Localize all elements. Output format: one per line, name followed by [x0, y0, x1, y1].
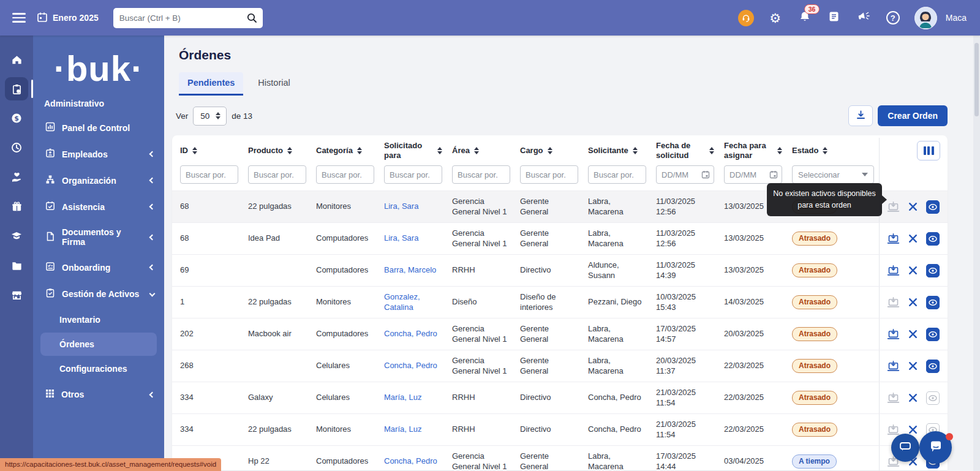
rail-time-icon[interactable] [5, 136, 28, 159]
assign-asset-button[interactable] [887, 392, 900, 404]
period-selector[interactable]: Enero 2025 [37, 12, 99, 24]
rail-asset-management-icon[interactable] [5, 77, 28, 100]
support-assistant-button[interactable] [738, 10, 754, 26]
sidebar-item-gestion-de-activos[interactable]: Gestión de Activos [33, 281, 164, 307]
requested-for-link[interactable]: Barra, Marcelo [384, 265, 436, 274]
requested-for-link[interactable]: Lira, Sara [384, 233, 418, 243]
rail-home-icon[interactable] [5, 48, 28, 71]
filter-fecha-solicitud-input[interactable] [656, 165, 714, 184]
assign-asset-button[interactable] [887, 424, 900, 436]
requested-for-link[interactable]: Concha, Pedro [384, 361, 437, 370]
cancel-order-button[interactable] [908, 425, 918, 434]
sidebar-item-panel-de-control[interactable]: Panel de Control [33, 115, 164, 141]
requested-for-link[interactable]: Lira, Sara [384, 202, 418, 211]
assign-asset-button[interactable] [887, 360, 900, 372]
view-order-button[interactable] [926, 200, 940, 214]
cancel-order-button[interactable] [908, 330, 918, 339]
sidebar-subitem-ordenes[interactable]: Órdenes [40, 333, 157, 356]
column-header-categoria[interactable]: Categoría [316, 146, 374, 156]
cancel-order-button[interactable] [908, 266, 918, 275]
notifications-button[interactable]: 36 [797, 10, 813, 26]
column-header-area[interactable]: Área [452, 146, 510, 156]
page-size-select[interactable]: 50 [193, 107, 227, 126]
rail-gift-icon[interactable] [5, 195, 28, 218]
column-header-fecha-asignar[interactable]: Fecha para asignar [724, 141, 782, 161]
table-row[interactable]: 268 Celulares Concha, Pedro Gerencia Gen… [172, 350, 948, 382]
sidebar-item-documentos-y-firma[interactable]: Documentos y Firma [33, 220, 164, 254]
column-header-cargo[interactable]: Cargo [520, 146, 578, 156]
sidebar-item-otros[interactable]: Otros [33, 382, 164, 407]
rail-payroll-icon[interactable]: $ [5, 107, 28, 130]
view-order-button[interactable] [926, 391, 940, 405]
filter-categoria-input[interactable] [316, 165, 374, 184]
cancel-order-button[interactable] [908, 234, 918, 243]
view-order-button[interactable] [926, 328, 940, 341]
filter-solicitado-input[interactable] [384, 165, 442, 184]
sidebar-subitem-inventario[interactable]: Inventario [40, 308, 157, 331]
table-row[interactable]: 202 Macbook air Computadores Concha, Ped… [172, 318, 948, 350]
sidebar-item-asistencia[interactable]: Asistencia [33, 194, 164, 220]
sidebar-subitem-configuraciones[interactable]: Configuraciones [40, 357, 157, 380]
search-input[interactable] [113, 8, 263, 28]
table-row[interactable]: 69 Computadores Barra, Marcelo RRHH Dire… [172, 254, 948, 286]
search-icon[interactable] [246, 12, 257, 26]
requested-for-link[interactable]: María, Luz [384, 393, 421, 402]
view-order-button[interactable] [926, 296, 940, 309]
cancel-order-button[interactable] [908, 393, 918, 402]
requested-for-link[interactable]: Gonzalez, Catalina [384, 292, 420, 312]
announcements-button[interactable] [856, 10, 872, 26]
filter-area-input[interactable] [452, 165, 510, 184]
table-row[interactable]: 1 22 pulgadas Monitores Gonzalez, Catali… [172, 286, 948, 318]
filter-id-input[interactable] [180, 165, 238, 184]
user-avatar[interactable] [914, 7, 937, 29]
assign-asset-button[interactable] [887, 233, 900, 245]
rail-training-icon[interactable] [5, 224, 28, 247]
column-header-fecha-solicitud[interactable]: Fecha de solicitud [656, 141, 714, 161]
create-order-button[interactable]: Crear Orden [878, 105, 948, 126]
sidebar-item-onboarding[interactable]: Onboarding [33, 254, 164, 281]
rail-marketplace-icon[interactable] [5, 283, 28, 306]
notes-button[interactable] [826, 10, 842, 26]
requested-for-link[interactable]: Concha, Pedro [384, 329, 437, 338]
settings-button[interactable]: ⚙ [767, 10, 783, 26]
tab-historial[interactable]: Historial [249, 72, 298, 96]
tab-pendientes[interactable]: Pendientes [179, 72, 243, 96]
requested-for-link[interactable]: Concha, Pedro [384, 456, 437, 465]
assign-asset-button[interactable] [887, 265, 900, 277]
view-order-button[interactable] [926, 360, 940, 373]
sidebar-item-empleados[interactable]: Empleados [33, 141, 164, 167]
hamburger-menu-icon[interactable] [12, 13, 26, 22]
column-settings-button[interactable] [917, 141, 940, 160]
filter-producto-input[interactable] [248, 165, 306, 184]
rail-documents-icon[interactable] [5, 254, 28, 277]
table-row[interactable]: 68 Idea Pad Computadores Lira, Sara Gere… [172, 222, 948, 254]
assign-asset-button[interactable] [887, 201, 900, 213]
sidebar-item-organizacion[interactable]: Organización [33, 167, 164, 194]
filter-fecha-asignar-input[interactable] [724, 165, 782, 184]
assign-asset-button[interactable] [887, 296, 900, 309]
download-button[interactable] [848, 105, 873, 126]
rail-benefits-icon[interactable] [5, 165, 28, 189]
table-row[interactable]: 334 Galaxy Celulares María, Luz RRHH Dir… [172, 382, 948, 413]
cancel-order-button[interactable] [908, 361, 918, 371]
column-header-estado[interactable]: Estado [792, 146, 874, 156]
filter-solicitante-input[interactable] [588, 165, 646, 184]
page-scrollbar[interactable] [973, 36, 980, 471]
table-row[interactable]: 201 Hp 22 Computadores Concha, Pedro Ger… [172, 445, 948, 470]
filter-estado-select[interactable]: Seleccionar [792, 165, 874, 184]
requested-for-link[interactable]: María, Luz [384, 424, 421, 434]
filter-cargo-input[interactable] [520, 165, 578, 184]
help-button[interactable]: ? [885, 10, 901, 26]
view-order-button[interactable] [926, 264, 940, 277]
cancel-order-button[interactable] [908, 202, 918, 211]
column-header-solicitante[interactable]: Solicitante [588, 146, 646, 156]
column-header-solicitado-para[interactable]: Solicitado para [384, 141, 442, 161]
view-order-button[interactable] [926, 232, 940, 246]
feedback-chat-button[interactable] [891, 434, 919, 462]
column-header-id[interactable]: ID [180, 146, 238, 156]
assign-asset-button[interactable] [887, 328, 900, 341]
table-row[interactable]: 334 22 pulgadas Monitores María, Luz RRH… [172, 413, 948, 445]
column-header-producto[interactable]: Producto [248, 146, 306, 156]
calendar-icon [37, 12, 48, 24]
cancel-order-button[interactable] [908, 298, 918, 307]
